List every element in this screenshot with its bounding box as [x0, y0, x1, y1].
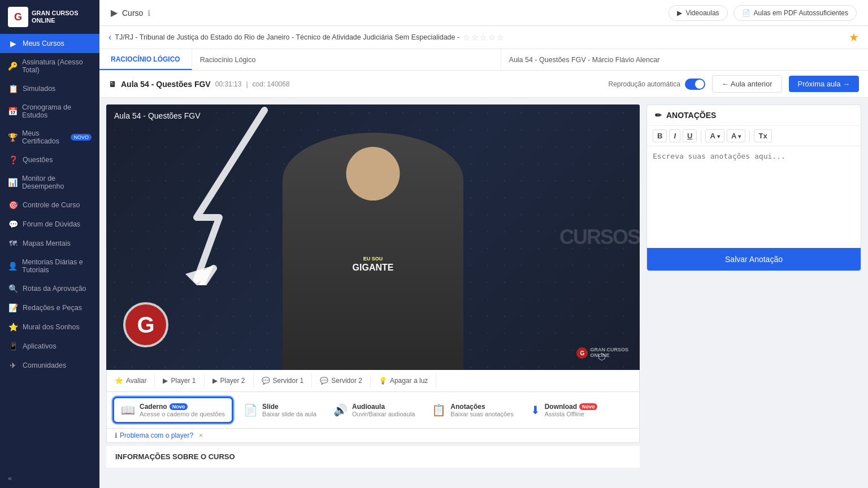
audioaula-icon: 🔊 [333, 403, 348, 417]
subject-tab-label: RACIOCÍNIO LÓGICO [111, 55, 180, 63]
sidebar-item-simulados[interactable]: 📋 Simulados [0, 79, 99, 98]
star-5[interactable]: ☆ [497, 33, 504, 42]
sidebar-item-mentorias[interactable]: 👤 Mentorias Diárias e Tutoriais [0, 253, 99, 279]
subject-lesson-text: Aula 54 - Questões FGV - Márcio Flávio A… [509, 56, 660, 64]
sidebar-label-13: Mural dos Sonhos [23, 323, 80, 331]
apagar-label: Apagar a luz [390, 377, 428, 385]
sidebar-item-redacoes[interactable]: 📝 Redações e Peças [0, 298, 99, 317]
sidebar-item-controle[interactable]: 🎯 Controle de Curso [0, 195, 99, 215]
player-tab-servidor1[interactable]: 💬 Servidor 1 [254, 373, 313, 388]
underline-button[interactable]: U [683, 129, 697, 142]
sidebar-label-4: Meus Certificados [22, 129, 64, 145]
sidebar-item-questoes[interactable]: ❓ Questões [0, 150, 99, 169]
sidebar-collapse-button[interactable]: « [0, 468, 99, 488]
sidebar-item-rotas[interactable]: 🔍 Rotas da Aprovação [0, 279, 99, 298]
sidebar-label-15: Comunidades [23, 361, 66, 369]
auto-play-switch[interactable] [685, 79, 705, 90]
sidebar-icon-15: ✈ [8, 361, 18, 370]
sidebar-label-7: Controle de Curso [23, 201, 80, 209]
sidebar-item-certificados[interactable]: 🏆 Meus Certificados NOVO [0, 124, 99, 150]
audioaula-text: Audioaula Ouvir/Baixar audioaula [352, 403, 415, 417]
problem-bar: ℹ Problema com o player? × [106, 429, 640, 443]
sidebar-item-monitor[interactable]: 📊 Monitor de Desempenho [0, 169, 99, 195]
sidebar-icon-3: 📅 [8, 107, 18, 116]
problem-close[interactable]: × [199, 432, 203, 439]
sidebar-item-meus-cursos[interactable]: ▶ Meus Cursos [0, 34, 99, 53]
videoaulas-button[interactable]: ▶ Videoaulas [669, 5, 727, 21]
save-annotation-button[interactable]: Salvar Anotação [647, 248, 861, 271]
sidebar-icon-4: 🏆 [8, 133, 18, 142]
player-tab-player2[interactable]: ▶ Player 2 [205, 373, 254, 388]
video-title-overlay: Aula 54 - Questões FGV [114, 111, 201, 120]
avaliar-star-icon: ⭐ [115, 377, 123, 385]
sidebar-item-aplicativos[interactable]: 📱 Aplicativos [0, 337, 99, 356]
player-tab-avaliar[interactable]: ⭐ Avaliar [107, 373, 155, 388]
star-4[interactable]: ☆ [488, 33, 496, 42]
player2-label: Player 2 [220, 377, 245, 385]
favorite-star[interactable]: ★ [849, 30, 859, 44]
caderno-subtitle: Acesse o caderno de questões [140, 411, 225, 417]
subject-tab-raciocinio[interactable]: RACIOCÍNIO LÓGICO [99, 49, 192, 70]
resource-anotacoes[interactable]: 📋 Anotações Baixar suas anotações [425, 398, 520, 422]
font-color-button[interactable]: A ▾ [705, 129, 724, 142]
anotacoes-title: Anotações [450, 403, 513, 411]
italic-button[interactable]: I [669, 129, 680, 142]
player-tab-apagar[interactable]: 💡 Apagar a luz [371, 373, 436, 388]
highlight-a: A [731, 132, 736, 140]
sidebar-item-assinatura[interactable]: 🔑 Assinatura (Acesso Total) [0, 53, 99, 79]
cast-icon[interactable]: ⬡ [598, 351, 606, 362]
certificados-badge: NOVO [71, 134, 92, 141]
annotations-editor[interactable] [647, 146, 861, 248]
sidebar-label-5: Questões [23, 156, 53, 164]
pdf-label: Aulas em PDF Autossuficientes [754, 9, 848, 17]
resource-slide[interactable]: 📄 Slide Baixar slide da aula [237, 398, 323, 422]
sidebar-item-mapas[interactable]: 🗺 Mapas Mentais [0, 234, 99, 253]
star-2[interactable]: ☆ [471, 33, 479, 42]
download-badge: Novo [579, 403, 598, 410]
logo-icon: G [8, 7, 28, 27]
next-lesson-button[interactable]: Próxima aula → [789, 76, 859, 92]
back-arrow[interactable]: ‹ [108, 32, 111, 42]
sidebar: G GRAN CURSOS ONLINE ▶ Meus Cursos 🔑 Ass… [0, 0, 99, 488]
video-player[interactable]: Aula 54 - Questões FGV EU SOU GIGANTE [106, 104, 640, 370]
toolbar-divider-1 [701, 130, 701, 142]
lesson-separator: | [246, 80, 248, 88]
logo-text-line1: GRAN CURSOS [32, 10, 79, 17]
breadcrumb-label: TJ/RJ - Tribunal de Justiça do Estado do… [115, 33, 459, 41]
player-tabs: ⭐ Avaliar ▶ Player 1 ▶ Player 2 💬 Servid… [106, 370, 640, 392]
pdf-button[interactable]: 📄 Aulas em PDF Autossuficientes [734, 5, 857, 21]
resource-caderno[interactable]: 📖 Caderno Novo Acesse o caderno de quest… [112, 396, 233, 424]
prev-lesson-button[interactable]: ← Aula anterior [712, 75, 782, 93]
logo-text-line2: ONLINE [32, 17, 79, 24]
breadcrumb-stars: ☆ ☆ ☆ ☆ ☆ [463, 33, 504, 42]
clear-format-button[interactable]: Tx [754, 129, 771, 142]
subject-field: Raciocínio Lógico [192, 49, 501, 70]
breadcrumb-text: ‹ TJ/RJ - Tribunal de Justiça do Estado … [108, 32, 504, 42]
sidebar-label-2: Simulados [23, 85, 55, 93]
player2-icon: ▶ [212, 377, 218, 385]
resource-download[interactable]: ⬇ Download Novo Assista Offline [524, 398, 605, 422]
slide-subtitle: Baixar slide da aula [262, 411, 316, 417]
star-3[interactable]: ☆ [480, 33, 487, 42]
lesson-title: Aula 54 - Questões FGV [121, 80, 211, 89]
video-section: Aula 54 - Questões FGV EU SOU GIGANTE [106, 104, 640, 481]
slide-text: Slide Baixar slide da aula [262, 403, 316, 417]
problem-text[interactable]: Problema com o player? [120, 432, 193, 439]
play-icon: ▶ [111, 7, 118, 18]
videoaulas-label: Videoaulas [685, 9, 719, 17]
star-1[interactable]: ☆ [463, 33, 470, 42]
sidebar-item-mural[interactable]: ⭐ Mural dos Sonhos [0, 317, 99, 337]
player-tab-servidor2[interactable]: 💬 Servidor 2 [312, 373, 371, 388]
sidebar-logo[interactable]: G GRAN CURSOS ONLINE [0, 0, 99, 34]
bold-button[interactable]: B [653, 129, 667, 142]
sidebar-label-0: Meus Cursos [23, 40, 64, 47]
font-color-arrow: ▾ [717, 133, 720, 140]
sidebar-item-forum[interactable]: 💬 Fórum de Dúvidas [0, 215, 99, 234]
player-tab-player1[interactable]: ▶ Player 1 [155, 373, 204, 388]
sidebar-item-cronograma[interactable]: 📅 Cronograma de Estudos [0, 98, 99, 124]
sidebar-item-comunidades[interactable]: ✈ Comunidades [0, 356, 99, 375]
resource-audioaula[interactable]: 🔊 Audioaula Ouvir/Baixar audioaula [327, 398, 422, 422]
highlight-color-button[interactable]: A ▾ [727, 129, 746, 142]
info-icon[interactable]: ℹ [147, 8, 150, 18]
pdf-icon: 📄 [742, 9, 750, 17]
